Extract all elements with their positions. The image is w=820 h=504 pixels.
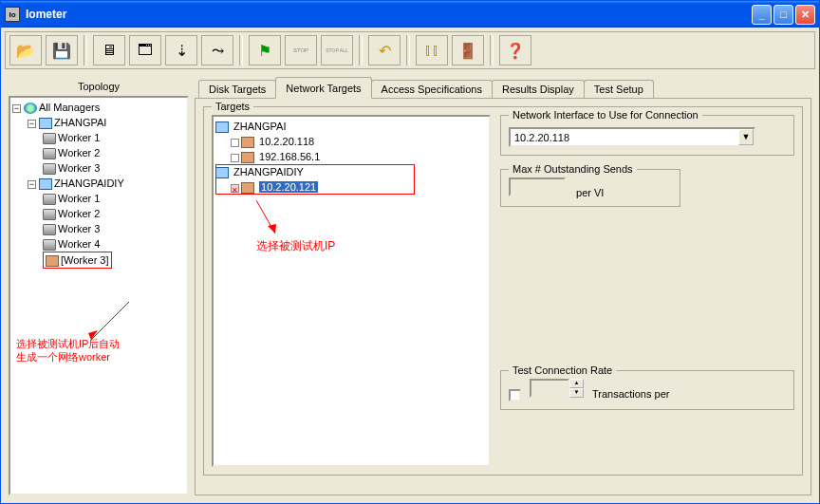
tree-worker[interactable]: Worker 1 [58,193,100,204]
pc-icon [39,118,52,129]
pc-icon [215,121,229,133]
spread-button[interactable]: ⤳ [201,35,233,65]
svg-marker-3 [268,224,276,233]
titlebar[interactable]: Io Iometer _ □ ✕ [1,1,819,28]
help-button[interactable]: ❓ [499,35,531,65]
new-manager-button[interactable]: 🖥 [93,35,125,65]
save-button[interactable]: 💾 [46,35,78,65]
collapse-icon[interactable]: − [12,104,21,113]
tab-access-specs[interactable]: Access Specifications [371,80,493,98]
maxsends-legend: Max # Outstanding Sends [509,163,637,175]
maximize-button[interactable]: □ [773,5,793,25]
disk-icon [43,194,56,205]
open-button[interactable]: 📂 [9,35,42,65]
topology-panel: Topology −All Managers −ZHANGPAI Worker … [9,77,189,495]
tree-host[interactable]: ZHANGPAIDIY [54,177,124,189]
pc-icon [39,178,52,190]
netiface-value: 10.2.20.118 [511,132,738,143]
target-ip[interactable]: 10.2.20.118 [259,136,314,147]
target-ip[interactable]: 192.168.56.1 [259,151,320,162]
exit-button[interactable]: 🚪 [452,35,484,65]
disk-icon [43,163,56,175]
netiface-combo[interactable]: 10.2.20.118 ▼ [509,127,755,147]
tree-worker[interactable]: Worker 3 [58,162,100,174]
testrate-field[interactable] [530,379,569,398]
tree-host[interactable]: ZHANGPAI [54,117,106,128]
disk-icon [43,133,56,144]
collapse-icon[interactable]: − [28,180,36,189]
testrate-legend: Test Connection Rate [509,364,616,376]
maxsends-value [509,177,566,196]
tree-worker[interactable]: Worker 2 [58,147,100,159]
spin-down-icon[interactable]: ▼ [569,388,584,398]
window-title: Iometer [26,8,752,21]
collapse-icon[interactable]: − [28,120,36,128]
disk-icon [43,209,56,220]
target-host[interactable]: ZHANGPAI [233,121,286,132]
toolbar: 📂 💾 🖥 🗔 ⇣ ⤳ ⚑ STOP STOP ALL ↶ ⫿⫿ 🚪 ❓ [5,31,815,69]
tab-bar: Disk Targets Network Targets Access Spec… [198,77,811,98]
app-window: Io Iometer _ □ ✕ 📂 💾 🖥 🗔 ⇣ ⤳ ⚑ STOP STOP… [0,0,820,504]
tab-disk-targets[interactable]: Disk Targets [198,80,276,98]
net-icon [46,255,59,267]
annotation-arrow [252,200,280,238]
tree-worker[interactable]: Worker 2 [58,208,100,219]
duplicate-worker-button[interactable]: ⇣ [165,35,197,65]
main-panel: Disk Targets Network Targets Access Spec… [195,77,811,495]
close-button[interactable]: ✕ [795,5,815,25]
disk-icon [43,224,56,235]
app-icon: Io [5,7,20,22]
disk-icon [43,148,56,159]
stop-all-button[interactable]: STOP ALL [321,35,353,65]
new-worker-button[interactable]: 🗔 [129,35,161,65]
net-icon [241,137,254,148]
tab-network-targets[interactable]: Network Targets [275,77,371,99]
annotation-box [215,164,415,195]
spin-up-icon[interactable]: ▲ [569,379,584,388]
start-button[interactable]: ⚑ [249,35,281,65]
svg-line-0 [91,302,129,340]
tree-worker[interactable]: Worker 3 [58,223,100,234]
topology-tree[interactable]: −All Managers −ZHANGPAI Worker 1 Worker … [9,96,189,495]
maxsends-fieldset: Max # Outstanding Sends per VI [500,169,680,207]
testrate-spinner[interactable]: ▲▼ [530,379,584,398]
disk-icon [43,239,56,251]
topology-header: Topology [9,77,189,96]
checkbox-icon[interactable] [231,154,239,162]
targets-tree[interactable]: ZHANGPAI 10.2.20.118 192.168.56.1 ZHANGP… [212,115,491,467]
tree-root[interactable]: All Managers [39,102,100,113]
tab-pane: Targets ZHANGPAI 10.2.20.118 192.168.56.… [195,98,811,495]
maxsends-label: per VI [576,187,604,198]
annotation-text: 选择被测试机IP后自动 生成一个网络worker [16,337,120,364]
testrate-label: Transactions per [592,388,670,400]
net-icon [241,152,254,163]
pipes-button[interactable]: ⫿⫿ [416,35,448,65]
stop-button[interactable]: STOP [285,35,317,65]
tree-worker-netauto[interactable]: [Worker 3] [61,254,109,266]
annotation-text: 选择被测试机IP [256,238,335,254]
globe-icon [24,103,37,114]
netiface-legend: Network Interface to Use for Connection [509,109,702,121]
tree-worker[interactable]: Worker 4 [58,238,100,250]
minimize-button[interactable]: _ [752,5,772,25]
dropdown-icon[interactable]: ▼ [738,129,754,145]
targets-legend: Targets [212,101,253,112]
targets-fieldset: Targets ZHANGPAI 10.2.20.118 192.168.56.… [203,106,803,476]
tab-test-setup[interactable]: Test Setup [584,80,654,98]
testrate-checkbox[interactable] [509,389,521,401]
tab-results-display[interactable]: Results Display [492,80,585,98]
reset-button[interactable]: ↶ [368,35,401,65]
tree-worker[interactable]: Worker 1 [58,132,100,143]
netiface-fieldset: Network Interface to Use for Connection … [500,115,794,156]
checkbox-icon[interactable] [231,139,239,147]
testrate-fieldset: Test Connection Rate ▲▼ Transactions per [500,370,794,410]
